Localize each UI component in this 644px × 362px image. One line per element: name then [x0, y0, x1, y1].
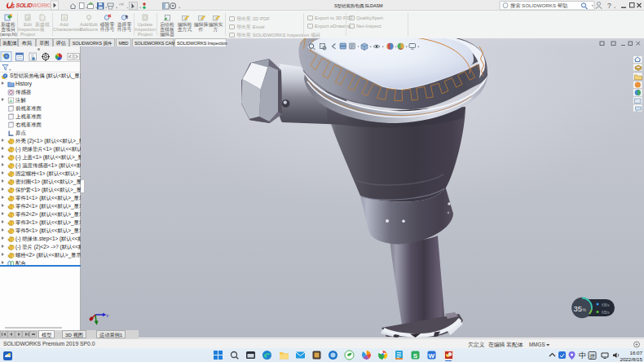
svg-text:中: 中	[579, 351, 586, 360]
svg-text:S型铠装热电偶.SLDASM: S型铠装热电偶.SLDASM	[334, 3, 383, 9]
svg-text:W: W	[429, 352, 435, 360]
svg-text:S: S	[11, 2, 15, 10]
svg-text:35: 35	[574, 304, 583, 313]
svg-text:A: A	[9, 98, 12, 103]
svg-text:%: %	[583, 307, 587, 312]
svg-text:z: z	[107, 313, 109, 318]
svg-text:拼: 拼	[590, 353, 596, 359]
svg-text:?: ?	[607, 2, 611, 10]
svg-text:KB/s: KB/s	[602, 303, 610, 307]
svg-text:搜索 SOLIDWORKS 帮助: 搜索 SOLIDWORKS 帮助	[510, 2, 567, 9]
svg-text:SOLIDWORKS: SOLIDWORKS	[16, 2, 54, 8]
svg-text:KB/s: KB/s	[602, 311, 610, 315]
svg-text:S: S	[413, 352, 418, 360]
